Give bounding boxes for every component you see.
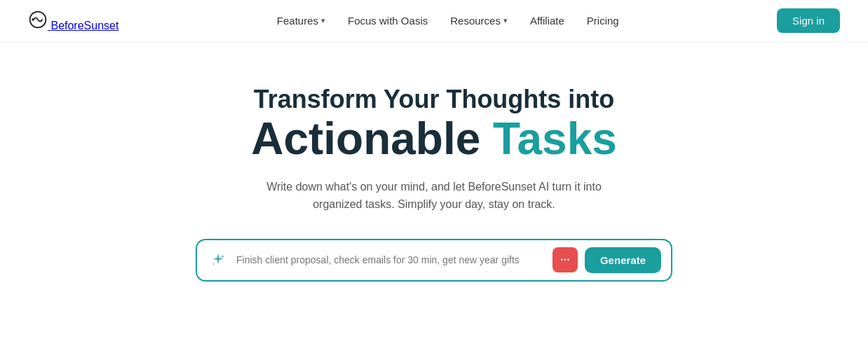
generate-button[interactable]: Generate [585, 247, 661, 273]
hero-title-tasks: Tasks [493, 113, 617, 164]
brand-logo-icon [28, 10, 48, 29]
hero-subtitle: Transform Your Thoughts into [254, 84, 615, 114]
brand-name: BeforeSunset [50, 20, 118, 32]
navbar: BeforeSunset Features ▾ Focus with Oasis… [0, 0, 868, 42]
ai-sparkle-icon [207, 249, 229, 271]
nav-label-pricing: Pricing [587, 15, 619, 27]
chevron-down-icon: ▾ [503, 16, 508, 25]
brand-logo[interactable]: BeforeSunset [28, 10, 118, 32]
task-text-input[interactable] [236, 254, 545, 265]
nav-item-features[interactable]: Features ▾ [277, 15, 325, 27]
hero-section: Transform Your Thoughts into Actionable … [0, 42, 868, 310]
svg-point-1 [32, 18, 34, 21]
hero-title-actionable: Actionable [251, 113, 480, 164]
nav-item-focus[interactable]: Focus with Oasis [348, 15, 428, 27]
nav-item-affiliate[interactable]: Affiliate [530, 15, 564, 27]
nav-links: Features ▾ Focus with Oasis Resources ▾ … [277, 15, 619, 27]
nav-item-pricing[interactable]: Pricing [587, 15, 619, 27]
nav-item-resources[interactable]: Resources ▾ [450, 15, 508, 27]
nav-label-resources: Resources [450, 15, 501, 27]
nav-label-focus: Focus with Oasis [348, 15, 428, 27]
options-icon-button[interactable]: ··· [552, 247, 578, 272]
sign-in-button[interactable]: Sign in [777, 8, 840, 33]
hero-description: Write down what's on your mind, and let … [266, 178, 602, 214]
chevron-down-icon: ▾ [321, 16, 325, 25]
dots-icon: ··· [560, 254, 569, 266]
nav-label-affiliate: Affiliate [530, 15, 564, 27]
hero-title: Actionable Tasks [251, 114, 617, 163]
nav-label-features: Features [277, 15, 318, 27]
task-input-container: ··· Generate [196, 239, 672, 282]
